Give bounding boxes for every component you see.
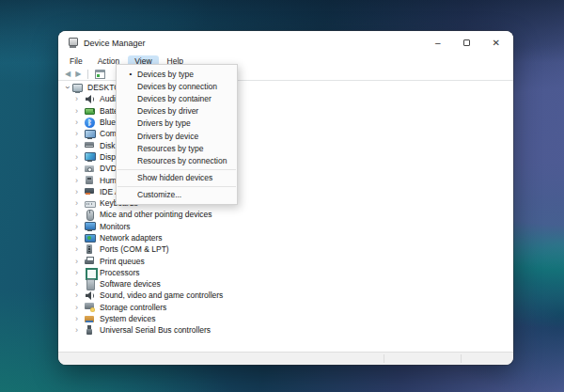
chevron-right-icon[interactable]: › [75, 303, 85, 312]
view-menu-item[interactable]: • Devices by type [117, 68, 237, 80]
view-menu-item[interactable]: Show hidden devices [117, 172, 237, 184]
ide-icon [85, 186, 95, 196]
chevron-right-icon[interactable]: › [75, 141, 85, 150]
chevron-right-icon[interactable]: › [75, 290, 85, 300]
tree-item[interactable]: › Mice and other pointing devices [58, 209, 513, 220]
maximize-button[interactable] [463, 39, 470, 46]
tree-item-label: Processors [99, 268, 140, 277]
chevron-right-icon[interactable]: › [75, 244, 85, 254]
monitor-icon [85, 221, 95, 231]
disk-icon [85, 140, 95, 150]
view-menu-item[interactable]: Customize... [117, 189, 237, 201]
tree-item[interactable]: › Software devices [58, 278, 513, 290]
view-menu-item-label: Devices by connection [137, 82, 217, 91]
status-bar [58, 352, 513, 365]
chevron-right-icon[interactable]: › [75, 198, 85, 208]
hid-icon [85, 175, 95, 185]
tree-item[interactable]: › Ports (COM & LPT) [58, 243, 513, 255]
view-menu-item-label: Resources by type [137, 144, 203, 153]
chevron-right-icon[interactable]: › [75, 268, 85, 277]
window-title: Device Manager [84, 39, 146, 48]
usb-icon [85, 325, 95, 336]
tree-item-label: Monitors [99, 222, 131, 231]
view-menu-item[interactable]: Devices by connection [117, 80, 237, 92]
computer-icon [85, 129, 95, 139]
device-manager-window: Device Manager – ✕ File Action View Help… [58, 31, 513, 365]
menu-separator [118, 186, 236, 187]
radio-bullet-icon: • [124, 70, 137, 78]
storage-icon [85, 302, 95, 312]
software-icon [85, 279, 95, 290]
tree-item[interactable]: › Sound, video and game controllers [58, 290, 513, 301]
menu-separator [118, 169, 236, 170]
tree-item-label: Ports (COM & LPT) [99, 244, 169, 254]
battery-icon [85, 105, 95, 116]
view-menu-item[interactable]: Resources by type [117, 142, 237, 154]
chevron-right-icon[interactable]: › [75, 325, 85, 335]
menu-bar-item[interactable]: File [63, 55, 89, 68]
chevron-right-icon[interactable]: › [75, 94, 85, 103]
mouse-icon [85, 210, 95, 220]
view-menu-popup: • Devices by type Devices by connection … [116, 64, 238, 205]
view-menu-item-label: Resources by connection [137, 156, 227, 165]
view-menu-item-label: Drivers by type [137, 118, 191, 128]
view-menu-item-label: Devices by driver [137, 106, 198, 116]
view-menu-item-label: Customize... [137, 190, 181, 199]
view-menu-item-label: Devices by type [137, 70, 194, 79]
forward-icon[interactable]: ▶ [75, 70, 81, 79]
tree-item-label: Storage controllers [99, 303, 166, 312]
view-menu-item[interactable]: Resources by connection [117, 154, 237, 166]
view-menu-item-label: Devices by container [137, 94, 212, 103]
view-menu-item-label: Drivers by device [137, 132, 198, 141]
tree-item[interactable]: › Print queues [58, 255, 513, 266]
tree-item[interactable]: › Storage controllers [58, 302, 513, 313]
chevron-right-icon[interactable]: › [75, 152, 85, 162]
computer-icon [72, 83, 83, 93]
close-button[interactable]: ✕ [493, 39, 500, 48]
tree-item[interactable]: › Processors [58, 267, 513, 278]
chevron-right-icon[interactable]: › [75, 279, 85, 289]
tree-item-label: Software devices [99, 279, 161, 289]
tree-item[interactable]: › System devices [58, 313, 513, 324]
view-menu-item[interactable]: Drivers by device [117, 130, 237, 142]
chevron-right-icon[interactable]: › [75, 176, 85, 185]
chevron-right-icon[interactable]: › [75, 314, 85, 323]
network-icon [85, 233, 95, 243]
view-menu-item[interactable]: Devices by driver [117, 105, 237, 118]
view-menu-item[interactable]: Devices by container [117, 92, 237, 104]
keyboard-icon [85, 198, 95, 209]
toolbar-separator [87, 70, 88, 79]
chevron-right-icon[interactable]: › [75, 118, 85, 127]
title-bar[interactable]: Device Manager – ✕ [58, 31, 513, 55]
view-menu-item-label: Show hidden devices [137, 173, 212, 182]
system-icon [85, 314, 95, 324]
chevron-right-icon[interactable]: › [75, 106, 85, 116]
minimize-button[interactable]: – [435, 39, 441, 48]
chevron-right-icon[interactable]: › [75, 257, 85, 266]
back-icon[interactable]: ◀ [65, 70, 70, 79]
tree-item[interactable]: › Universal Serial Bus controllers [58, 324, 513, 336]
chevron-right-icon[interactable]: › [75, 233, 85, 243]
view-menu-item[interactable]: Drivers by type [117, 118, 237, 130]
chevron-right-icon[interactable]: › [75, 187, 85, 196]
dvd-icon [85, 164, 95, 174]
processor-icon [85, 267, 95, 277]
chevron-right-icon[interactable]: › [75, 164, 85, 173]
tree-item-label: Network adapters [99, 233, 163, 243]
tree-item-label: Universal Serial Bus controllers [99, 325, 211, 335]
tree-item-label: System devices [99, 314, 156, 323]
maximize-icon [463, 39, 470, 46]
tree-item-label: Print queues [99, 257, 145, 266]
console-window-icon[interactable] [95, 70, 105, 79]
sound-icon [85, 290, 95, 301]
bluetooth-icon [85, 118, 95, 128]
ports-icon [85, 244, 95, 255]
chevron-right-icon[interactable]: › [75, 210, 85, 219]
tree-item[interactable]: › Monitors [58, 221, 513, 232]
status-bar-divider [461, 354, 462, 363]
chevron-right-icon[interactable]: › [75, 129, 85, 138]
display-icon [85, 151, 95, 162]
chevron-down-icon[interactable]: › [63, 83, 72, 92]
chevron-right-icon[interactable]: › [75, 222, 85, 231]
tree-item[interactable]: › Network adapters [58, 232, 513, 243]
